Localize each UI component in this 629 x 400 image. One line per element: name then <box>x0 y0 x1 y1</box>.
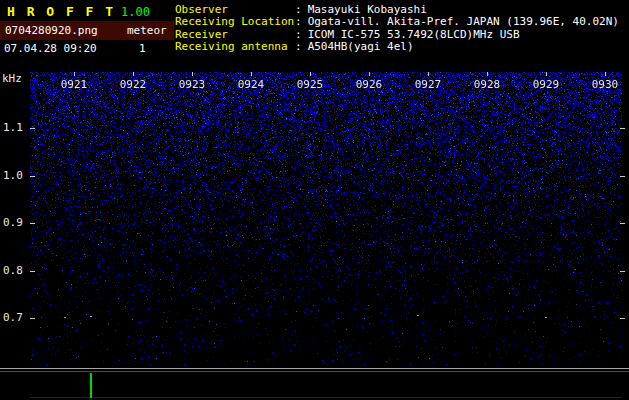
freq-tick-icon <box>30 271 35 272</box>
time-tick-icon <box>133 72 134 76</box>
info-colon: : <box>295 3 302 16</box>
freq-tick-icon <box>620 128 625 129</box>
freq-tick-icon <box>620 318 625 319</box>
time-tick-icon <box>369 72 370 76</box>
info-colon: : <box>295 15 302 28</box>
time-label: 0921 <box>54 78 94 91</box>
time-tick-icon <box>310 72 311 76</box>
freq-tick-icon <box>30 128 35 129</box>
info-row-location: Receiving Location:Ogata-vill. Akita-Pre… <box>175 16 619 28</box>
time-label: 0929 <box>526 78 566 91</box>
info-label: Receiving Location <box>175 16 295 28</box>
freq-label: 0.8 <box>3 264 23 277</box>
separator-line-shadow <box>0 371 629 372</box>
app-version: 1.00 <box>121 5 150 19</box>
info-row-antenna: Receiving antenna:A504HB(yagi 4el) <box>175 41 619 53</box>
spectrogram-canvas <box>30 72 622 365</box>
info-value: Masayuki Kobayashi <box>308 3 427 16</box>
freq-label: 0.9 <box>3 216 23 229</box>
output-filename: 0704280920.png <box>5 24 98 37</box>
freq-unit-label: kHz <box>2 72 22 85</box>
meteor-count: 1 <box>139 42 146 55</box>
freq-tick-icon <box>30 223 35 224</box>
freq-label: 0.7 <box>3 311 23 324</box>
freq-label: 1.1 <box>3 121 23 134</box>
time-label: 0930 <box>585 78 625 91</box>
mode-label: meteor <box>127 24 167 37</box>
info-value: Ogata-vill. Akita-Pref. JAPAN (139.96E, … <box>308 15 619 28</box>
signal-spike <box>90 373 92 398</box>
time-tick-icon <box>605 72 606 76</box>
station-info: Observer:Masayuki Kobayashi Receiving Lo… <box>175 4 619 54</box>
time-label: 0922 <box>113 78 153 91</box>
freq-tick-icon <box>620 176 625 177</box>
freq-tick-icon <box>30 176 35 177</box>
info-value: ICOM IC-575 53.7492(8LCD)MHz USB <box>308 28 520 41</box>
info-colon: : <box>295 28 302 41</box>
freq-tick-icon <box>620 271 625 272</box>
freq-tick-icon <box>620 223 625 224</box>
time-tick-icon <box>192 72 193 76</box>
time-tick-icon <box>74 72 75 76</box>
time-tick-icon <box>487 72 488 76</box>
time-label: 0923 <box>172 78 212 91</box>
time-tick-icon <box>546 72 547 76</box>
time-tick-icon <box>251 72 252 76</box>
info-value: A504HB(yagi 4el) <box>308 40 414 53</box>
time-label: 0927 <box>408 78 448 91</box>
freq-label: 1.0 <box>3 169 23 182</box>
time-label: 0925 <box>290 78 330 91</box>
app-title: H R O F F T <box>7 4 115 19</box>
info-label: Receiving antenna <box>175 41 295 53</box>
hrofft-screen: H R O F F T 1.00 0704280920.png meteor 0… <box>0 0 629 400</box>
time-label: 0928 <box>467 78 507 91</box>
time-label: 0926 <box>349 78 389 91</box>
info-colon: : <box>295 40 302 53</box>
freq-tick-icon <box>30 318 35 319</box>
separator-line <box>0 368 629 369</box>
time-tick-icon <box>428 72 429 76</box>
signal-baseline <box>30 397 622 398</box>
time-label: 0924 <box>231 78 271 91</box>
timestamp: 07.04.28 09:20 <box>4 42 97 55</box>
